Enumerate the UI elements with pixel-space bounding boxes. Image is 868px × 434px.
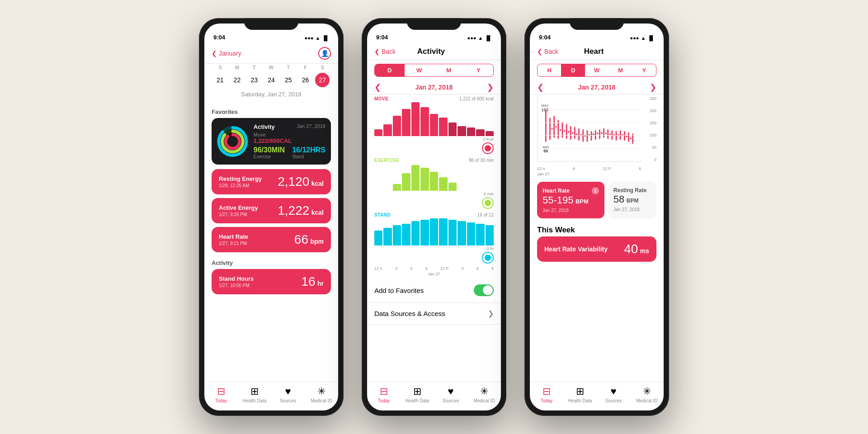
stand-hours-card[interactable]: Stand Hours 1/27, 10:00 PM 16 hr — [212, 269, 331, 294]
bar — [383, 228, 392, 245]
back-label-3: Back — [544, 48, 558, 55]
resting-rate-card[interactable]: Resting Rate 58 BPM Jan 27, 2018 — [608, 182, 656, 218]
hrv-name: Heart Rate Variability — [544, 245, 608, 253]
add-to-favorites-label: Add to Favorites — [374, 287, 424, 294]
notch-1 — [244, 18, 298, 30]
period-d-3[interactable]: D — [561, 64, 585, 76]
period-y[interactable]: Y — [464, 64, 494, 76]
health-data-icon: ⊞ — [250, 386, 259, 397]
resting-energy-name: Resting Energy — [219, 175, 262, 182]
bar — [476, 224, 484, 245]
activity-card[interactable]: Activity Jan 27, 2018 Move 1,222/600CAL … — [212, 118, 331, 165]
cal-day-21[interactable]: 21 — [212, 73, 229, 87]
move-label: Move — [254, 132, 326, 137]
period-m[interactable]: M — [434, 64, 464, 76]
today-label-3: Today — [541, 398, 553, 403]
move-circle-icon — [374, 142, 494, 154]
cal-day-26[interactable]: 26 — [297, 73, 314, 87]
tab-medical-2[interactable]: ✳ Medical ID — [467, 386, 501, 403]
stand-axis-label: 0 hr — [374, 246, 494, 251]
heart-rate-card[interactable]: Heart Rate 1/27, 9:21 PM 66 bpm — [212, 227, 331, 252]
data-sources-row[interactable]: Data Sources & Access ❯ — [367, 303, 501, 325]
battery-icon-2: ▐▌ — [485, 35, 492, 41]
exercise-chart-section: EXERCISE 96 of 30 min — [367, 156, 501, 211]
prev-date-3[interactable]: ❮ — [537, 82, 544, 92]
add-to-favorites-row[interactable]: Add to Favorites — [367, 278, 501, 303]
health-data-label: Health Data — [243, 398, 267, 403]
bar — [439, 177, 447, 191]
bar — [411, 102, 420, 136]
period-y-3[interactable]: Y — [632, 64, 656, 76]
cal-day-23[interactable]: 23 — [245, 73, 263, 87]
move-goal: 1,222 of 600 kcal — [459, 96, 494, 101]
today-icon-3: ⊟ — [542, 386, 551, 397]
period-d[interactable]: D — [375, 64, 405, 76]
nav-header-2: ❮ Back Activity — [367, 43, 501, 60]
wifi-icon: ▲ — [316, 35, 321, 41]
sources-icon-3: ♥ — [610, 386, 616, 397]
status-icons-2: ●●● ▲ ▐▌ — [467, 35, 492, 41]
tab-medical-3[interactable]: ✳ Medical ID — [630, 386, 664, 403]
exercise-value: 96/30MIN — [254, 146, 285, 154]
tab-today-2[interactable]: ⊟ Today — [367, 386, 401, 403]
bar — [430, 172, 438, 191]
profile-button[interactable]: 👤 — [318, 47, 331, 60]
tab-sources-3[interactable]: ♥ Sources — [597, 386, 630, 403]
period-m-3[interactable]: M — [609, 64, 632, 76]
today-label-2: Today — [378, 398, 390, 403]
tab-health-data-1[interactable]: ⊞ Health Data — [238, 386, 271, 403]
svg-point-32 — [551, 128, 553, 130]
tab-health-data-3[interactable]: ⊞ Health Data — [563, 386, 597, 403]
tab-today-1[interactable]: ⊟ Today — [204, 386, 238, 403]
period-h[interactable]: H — [538, 64, 561, 76]
cal-day-27-selected[interactable]: 27 — [315, 73, 330, 87]
tab-today-3[interactable]: ⊟ Today — [530, 386, 563, 403]
heart-rate-card-unit: BPM — [576, 198, 589, 205]
bar — [467, 127, 475, 136]
today-icon-2: ⊟ — [380, 386, 388, 397]
back-january[interactable]: ❮ January — [212, 50, 241, 57]
back-activity[interactable]: ❮ Back — [374, 48, 396, 55]
stand-value: 16/12HRS — [292, 146, 326, 154]
move-axis-label: 0 kcal — [374, 137, 494, 142]
tab-sources-2[interactable]: ♥ Sources — [434, 386, 467, 403]
active-energy-card[interactable]: Active Energy 1/27, 9:26 PM 1,222 kcal — [212, 198, 331, 223]
period-w[interactable]: W — [405, 64, 434, 76]
bar — [411, 221, 420, 245]
health-data-icon-3: ⊞ — [576, 386, 584, 397]
cal-day-24[interactable]: 24 — [263, 73, 280, 87]
heart-rate-main-card[interactable]: Heart Rate i 55-195 BPM Jan 27, 2018 — [537, 182, 604, 218]
bar — [393, 225, 401, 245]
iphone-1: 9:04 ●●● ▲ ▐▌ ❮ January 👤 S M T — [199, 18, 344, 416]
status-icons-1: ●●● ▲ ▐▌ — [305, 35, 329, 41]
notch-3 — [570, 18, 624, 30]
health-data-label-3: Health Data — [568, 398, 592, 403]
activity-date: Jan 27, 2018 — [297, 123, 326, 130]
heart-rate-sub: 1/27, 9:21 PM — [219, 241, 248, 246]
tab-medical-1[interactable]: ✳ Medical ID — [305, 386, 338, 403]
cal-days: 21 22 23 24 25 26 27 — [212, 71, 331, 89]
sources-icon-1: ♥ — [285, 386, 291, 397]
tab-sources-1[interactable]: ♥ Sources — [271, 386, 305, 403]
active-energy-unit: kcal — [311, 209, 324, 216]
cal-day-22[interactable]: 22 — [229, 73, 246, 87]
svg-point-51 — [630, 137, 632, 139]
hrv-unit: ms — [640, 247, 649, 255]
battery-icon: ▐▌ — [322, 35, 329, 41]
stand-goal: 16 of 12 — [477, 212, 494, 217]
favorites-toggle[interactable] — [474, 284, 494, 296]
cal-day-25[interactable]: 25 — [280, 73, 297, 87]
back-heart[interactable]: ❮ Back — [537, 48, 558, 55]
hrv-card[interactable]: Heart Rate Variability 40 ms — [537, 236, 656, 262]
tab-health-data-2[interactable]: ⊞ Health Data — [401, 386, 434, 403]
prev-date-2[interactable]: ❮ — [374, 82, 381, 92]
stand-hours-sub: 1/27, 10:00 PM — [219, 283, 254, 288]
activity-section-header: Activity — [204, 256, 338, 269]
bar — [448, 183, 457, 191]
resting-energy-card[interactable]: Resting Energy 1/28, 12:26 AM 2,120 kcal — [212, 169, 331, 194]
favorites-header: Favorites — [204, 105, 338, 118]
period-w-3[interactable]: W — [585, 64, 609, 76]
next-date-3[interactable]: ❯ — [650, 82, 656, 92]
svg-point-36 — [568, 131, 570, 133]
next-date-2[interactable]: ❯ — [487, 82, 494, 92]
